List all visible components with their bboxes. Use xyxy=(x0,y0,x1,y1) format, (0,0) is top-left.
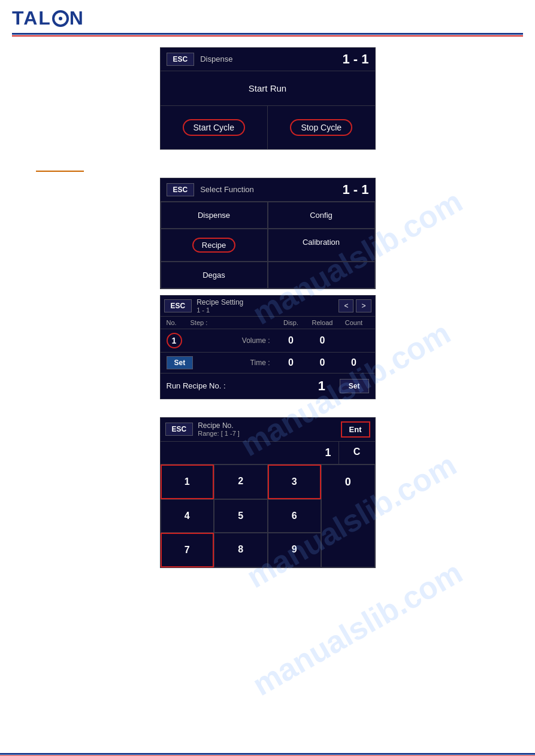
header: TAL N xyxy=(0,0,535,37)
recipe-esc-button[interactable]: ESC xyxy=(164,299,192,312)
numpad-key-5[interactable]: 5 xyxy=(214,499,268,533)
start-cycle-label: Start Cycle xyxy=(183,119,245,136)
numpad-clear-button[interactable]: C xyxy=(339,442,375,464)
recipe-time-disp: 0 xyxy=(276,357,306,368)
logo-text-n: N xyxy=(69,7,84,29)
footer xyxy=(0,753,535,757)
col-step-label: Step : xyxy=(191,319,276,326)
select-function-number: 1 - 1 xyxy=(342,182,368,198)
recipe-time-label: Time : xyxy=(191,359,276,367)
recipe-columns-header: No. Step : Disp. Reload Count xyxy=(161,317,375,329)
select-function-header: ESC Select Function 1 - 1 xyxy=(161,178,375,202)
recipe-volume-label: Volume : xyxy=(191,336,276,345)
logo-text: TAL xyxy=(12,7,52,29)
recipe-set-button[interactable]: Set xyxy=(167,356,194,369)
numpad-key-3[interactable]: 3 xyxy=(268,464,322,499)
numpad-key-8[interactable]: 8 xyxy=(214,533,268,567)
func-empty-cell xyxy=(268,262,375,289)
run-recipe-value: 1 xyxy=(304,378,340,394)
function-grid: Dispense Config Recipe Calibration Degas xyxy=(161,202,375,289)
numpad-range: Range: [ 1 -7 ] xyxy=(198,430,340,437)
numpad-key-6[interactable]: 6 xyxy=(268,499,322,533)
cycle-row: Start Cycle Stop Cycle xyxy=(161,106,375,149)
run-recipe-row: Run Recipe No. : 1 Set xyxy=(161,374,375,399)
select-function-body: Dispense Config Recipe Calibration Degas xyxy=(161,202,375,289)
recipe-next-button[interactable]: > xyxy=(356,299,371,312)
recipe-row-no: 1 xyxy=(167,333,191,348)
numpad-key-2[interactable]: 2 xyxy=(214,464,268,499)
numpad-grid: 1 2 3 0 4 5 6 7 8 9 xyxy=(161,464,375,567)
recipe-time-reload: 0 xyxy=(306,357,339,368)
orange-separator xyxy=(36,171,84,172)
numpad-key-7[interactable]: 7 xyxy=(161,533,214,567)
stop-cycle-label: Stop Cycle xyxy=(290,119,352,136)
start-run-label: Start Run xyxy=(249,83,286,93)
recipe-title-block: Recipe Setting 1 - 1 xyxy=(197,298,336,314)
numpad-header: ESC Recipe No. Range: [ 1 -7 ] Ent xyxy=(161,418,375,442)
numpad-key-0[interactable]: 0 xyxy=(321,464,375,567)
run-recipe-label: Run Recipe No. : xyxy=(167,381,304,390)
select-function-title: Select Function xyxy=(200,185,342,194)
recipe-row-number: 1 xyxy=(167,333,182,348)
dispense-panel-title: Dispense xyxy=(200,54,342,63)
recipe-setting-header: ESC Recipe Setting 1 - 1 < > xyxy=(161,296,375,317)
numpad-ent-button[interactable]: Ent xyxy=(341,421,370,438)
numpad-panel: ESC Recipe No. Range: [ 1 -7 ] Ent 1 C 1… xyxy=(160,417,376,568)
numpad-title: Recipe No. xyxy=(198,421,340,430)
dispense-panel-number: 1 - 1 xyxy=(342,51,368,67)
dispense-esc-button[interactable]: ESC xyxy=(167,53,195,66)
numpad-key-4[interactable]: 4 xyxy=(161,499,214,533)
col-disp-label: Disp. xyxy=(276,319,306,326)
numpad-display-row: 1 C xyxy=(161,442,375,464)
stop-cycle-button[interactable]: Stop Cycle xyxy=(268,106,375,149)
recipe-setting-panel: ESC Recipe Setting 1 - 1 < > No. Step : … xyxy=(160,295,376,399)
numpad-title-block: Recipe No. Range: [ 1 -7 ] xyxy=(198,421,340,437)
func-recipe-label: Recipe xyxy=(192,238,235,253)
col-no-label: No. xyxy=(167,319,191,326)
numpad-key-9[interactable]: 9 xyxy=(268,533,322,567)
func-config-button[interactable]: Config xyxy=(268,202,375,229)
col-reload-label: Reload xyxy=(306,319,339,326)
header-line-blue xyxy=(12,33,523,35)
dispense-panel: ESC Dispense 1 - 1 Start Run Start Cycle… xyxy=(160,47,376,150)
logo: TAL N xyxy=(12,7,523,29)
start-cycle-button[interactable]: Start Cycle xyxy=(161,106,268,149)
recipe-time-count: 0 xyxy=(339,357,369,368)
dispense-panel-body: Start Run Start Cycle Stop Cycle xyxy=(161,71,375,149)
logo-dot xyxy=(59,17,62,20)
func-degas-button[interactable]: Degas xyxy=(161,262,268,289)
logo-o-icon xyxy=(52,10,69,27)
run-recipe-set-button[interactable]: Set xyxy=(340,379,369,393)
dispense-panel-header: ESC Dispense 1 - 1 xyxy=(161,48,375,71)
numpad-display: 1 xyxy=(161,442,339,464)
recipe-volume-row: 1 Volume : 0 0 xyxy=(161,329,375,353)
recipe-volume-reload: 0 xyxy=(306,335,339,346)
func-calibration-button[interactable]: Calibration xyxy=(268,229,375,262)
start-run-row: Start Run xyxy=(161,71,375,106)
numpad-esc-button[interactable]: ESC xyxy=(165,423,194,436)
recipe-set-btn-cell: Set xyxy=(167,356,191,369)
select-function-esc-button[interactable]: ESC xyxy=(167,183,195,196)
recipe-setting-title: Recipe Setting xyxy=(197,298,336,306)
recipe-time-row: Set Time : 0 0 0 xyxy=(161,353,375,374)
recipe-setting-subtitle: 1 - 1 xyxy=(197,306,336,314)
recipe-prev-button[interactable]: < xyxy=(338,299,353,312)
func-dispense-button[interactable]: Dispense xyxy=(161,202,268,229)
numpad-key-1[interactable]: 1 xyxy=(161,464,214,499)
select-function-panel: ESC Select Function 1 - 1 Dispense Confi… xyxy=(160,178,376,289)
func-recipe-button[interactable]: Recipe xyxy=(161,229,268,262)
footer-line-blue xyxy=(0,753,535,755)
col-count-label: Count xyxy=(339,319,369,326)
recipe-volume-disp: 0 xyxy=(276,335,306,346)
